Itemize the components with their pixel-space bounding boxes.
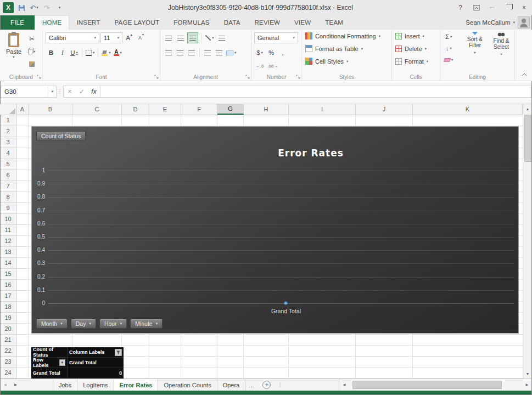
cut-button[interactable]: ✂ [26,33,37,44]
sheet-nav-right-icon[interactable]: ► [10,379,21,391]
ribbon-display-options-button[interactable] [468,0,484,15]
row-header-6[interactable]: 6 [0,170,16,181]
percent-style-button[interactable]: % [266,47,277,58]
column-header-I[interactable]: I [289,104,356,115]
row-header-1[interactable]: 1 [0,115,16,126]
increase-indent-button[interactable] [214,47,225,58]
user-name[interactable]: Sean McCallum [466,19,510,26]
vertical-scroll-thumb[interactable] [524,115,531,162]
chart-axis-field-minute[interactable]: Minute▾ [130,319,163,329]
scroll-left-icon[interactable]: ◄ [339,379,349,391]
row-header-2[interactable]: 2 [0,126,16,137]
ribbon-tab-page-layout[interactable]: PAGE LAYOUT [108,15,167,30]
ribbon-tab-data[interactable]: DATA [217,15,248,30]
avatar[interactable] [518,16,530,29]
redo-button[interactable]: ↷ [42,2,52,13]
select-all-corner[interactable] [0,104,16,115]
formula-bar-splitter[interactable]: ⋮ [57,88,63,94]
center-button[interactable] [175,47,186,58]
decrease-font-size-button[interactable]: A▾ [136,32,147,43]
vertical-scrollbar[interactable]: ▴ ▾ [523,104,532,379]
column-header-J[interactable]: J [356,104,413,115]
autosum-button[interactable]: Σ▾ [443,31,454,42]
paste-button[interactable]: Paste ▾ [3,32,24,69]
row-header-3[interactable]: 3 [0,137,16,148]
dialog-launcher-icon[interactable] [245,75,250,79]
find-select-button[interactable]: Find & Select ▾ [489,32,514,57]
tab-splitter[interactable]: ⋮ [275,379,285,391]
row-header-8[interactable]: 8 [0,192,16,203]
sheet-tab-opera[interactable]: Opera [217,379,246,391]
formula-input[interactable] [100,86,531,98]
italic-button[interactable]: I [57,47,68,58]
format-as-table-button[interactable]: Format as Table ▾ [302,42,391,55]
sheet-tab-logitems[interactable]: LogItems [77,379,114,391]
orientation-button[interactable]: ▾ [204,32,215,43]
row-header-19[interactable]: 19 [0,313,16,324]
column-header-E[interactable]: E [149,104,181,115]
cancel-button[interactable]: × [64,86,76,97]
column-header-H[interactable]: H [244,104,289,115]
cell-area[interactable]: Count of Status Error Rates Grand Total … [16,115,523,379]
row-header-5[interactable]: 5 [0,159,16,170]
row-header-20[interactable]: 20 [0,324,16,335]
conditional-formatting-button[interactable]: Conditional Formatting ▾ [302,30,391,42]
row-header-11[interactable]: 11 [0,225,16,236]
decrease-decimal-button[interactable]: .00→ [266,60,279,71]
enter-button[interactable]: ✓ [76,86,88,97]
number-format-select[interactable]: General▾ [254,32,298,43]
fill-color-button[interactable]: ▾ [100,47,111,58]
accounting-format-button[interactable]: $▾ [254,47,265,58]
new-sheet-button[interactable]: + [262,381,271,389]
row-header-14[interactable]: 14 [0,258,16,269]
cell-styles-button[interactable]: Cell Styles ▾ [302,55,391,67]
row-header-17[interactable]: 17 [0,291,16,302]
underline-button[interactable]: U▾ [69,47,80,58]
scroll-up-icon[interactable]: ▴ [523,104,532,114]
font-color-button[interactable]: A▾ [113,47,124,58]
top-align-button[interactable] [163,32,174,43]
font-name-select[interactable]: Calibri▾ [46,32,99,43]
ribbon-tab-view[interactable]: VIEW [287,15,318,30]
dialog-launcher-icon[interactable] [296,75,300,79]
row-header-16[interactable]: 16 [0,280,16,291]
insert-function-button[interactable]: fx [88,86,100,97]
merge-center-button[interactable]: ▾ [225,47,237,58]
sheet-nav-left-icon[interactable]: ◄ [0,379,10,391]
column-header-B[interactable]: B [29,104,72,115]
row-header-18[interactable]: 18 [0,302,16,313]
bold-button[interactable]: B [46,47,57,58]
chart-value-field-button[interactable]: Count of Status [36,131,86,141]
borders-button[interactable]: ▾ [85,47,96,58]
row-header-21[interactable]: 21 [0,335,16,346]
dialog-launcher-icon[interactable] [154,75,159,79]
customize-qat-button[interactable]: ▾ [54,2,64,13]
horizontal-scroll-thumb[interactable] [352,381,502,389]
ribbon-tab-review[interactable]: REVIEW [248,15,288,30]
horizontal-scroll-track[interactable] [349,379,522,391]
increase-decimal-button[interactable]: ←.0 [254,60,265,71]
pivot-chart[interactable]: Count of Status Error Rates Grand Total … [31,126,519,334]
row-header-4[interactable]: 4 [0,148,16,159]
filter-icon[interactable] [115,349,122,356]
save-button[interactable] [16,2,26,13]
ribbon-tab-home[interactable]: HOME [35,15,69,30]
font-size-select[interactable]: 11▾ [100,32,122,43]
clear-button[interactable]: ▾ [443,54,454,65]
chevron-down-icon[interactable]: ▾ [48,86,56,97]
column-header-C[interactable]: C [72,104,122,115]
ribbon-tab-insert[interactable]: INSERT [69,15,107,30]
scroll-down-icon[interactable]: ▾ [523,369,532,379]
ribbon-tab-file[interactable]: FILE [0,15,35,30]
row-header-24[interactable]: 24 [0,368,16,379]
column-header-K[interactable]: K [413,104,523,115]
help-button[interactable]: ? [452,0,468,15]
format-cells-button[interactable]: Format ▾ [392,55,440,67]
row-header-15[interactable]: 15 [0,269,16,280]
column-header-G[interactable]: G [217,104,244,115]
increase-font-size-button[interactable]: A▴ [124,32,135,43]
pivot-table[interactable]: Count of Status Column Labels Row Labels… [31,347,124,379]
bottom-align-button[interactable] [187,32,198,43]
row-header-13[interactable]: 13 [0,247,16,258]
column-header-F[interactable]: F [181,104,217,115]
